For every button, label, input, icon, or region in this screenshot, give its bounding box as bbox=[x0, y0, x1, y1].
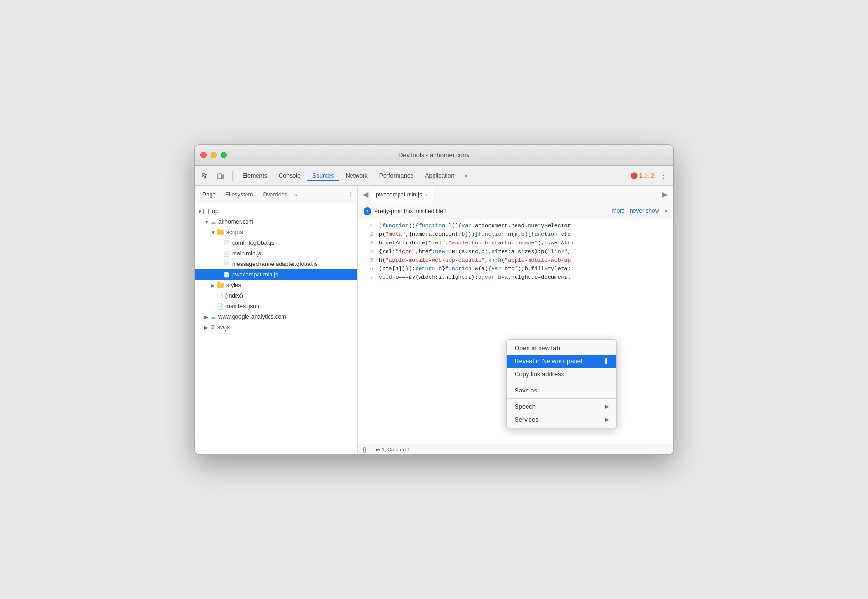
left-tabs: Page Filesystem Overrides » ⋮ bbox=[195, 186, 357, 203]
tree-arrow-sw: ▶ bbox=[204, 325, 210, 330]
cursor-indicator: ▌ bbox=[605, 358, 609, 364]
status-bar: {} Line 1, Column 1 bbox=[358, 444, 673, 454]
tree-label-analytics: www.google-analytics.com bbox=[218, 313, 286, 320]
traffic-lights bbox=[200, 152, 227, 158]
menu-save-as[interactable]: Save as... bbox=[507, 384, 616, 397]
tab-sources[interactable]: Sources bbox=[307, 171, 339, 181]
more-tabs-button[interactable]: » bbox=[461, 173, 470, 179]
format-icon[interactable]: {} bbox=[363, 446, 366, 453]
page-icon bbox=[203, 209, 209, 214]
file-tab-close-button[interactable]: × bbox=[425, 192, 428, 197]
tab-console[interactable]: Console bbox=[274, 171, 305, 181]
tree-label-main: main.min.js bbox=[232, 250, 261, 257]
tree-item-manifest[interactable]: ▶ 📄 manifest.json bbox=[195, 301, 357, 311]
more-options-button[interactable]: ⋮ bbox=[658, 171, 669, 180]
menu-open-new-tab[interactable]: Open in new tab bbox=[507, 342, 616, 355]
tree-label-scripts: scripts bbox=[226, 229, 243, 236]
tree-label-msg: messagechanneladapter.global.js bbox=[232, 261, 317, 267]
tree-item-styles[interactable]: ▶ styles bbox=[195, 280, 357, 290]
toolbar-right: 🔴 1 ⚠ 2 ⋮ bbox=[630, 171, 669, 180]
tree-arrow-scripts: ▼ bbox=[211, 230, 217, 235]
file-icon-index: 📄 bbox=[217, 293, 223, 299]
tree-arrow-top: ▼ bbox=[198, 209, 203, 214]
line-num-7: 7 bbox=[362, 273, 373, 282]
tree-item-comlink[interactable]: ▶ 📄 comlink.global.js bbox=[195, 238, 357, 248]
close-button[interactable] bbox=[200, 152, 207, 158]
menu-label-services: Services bbox=[515, 416, 539, 423]
menu-copy-link[interactable]: Copy link address bbox=[507, 368, 616, 380]
line-code-1: (function(){function l(){var a=document.… bbox=[379, 221, 571, 230]
tree-item-index[interactable]: ▶ 📄 (index) bbox=[195, 290, 357, 301]
banner-close-button[interactable]: × bbox=[664, 207, 668, 215]
line-num-6: 6 bbox=[362, 265, 373, 273]
error-count[interactable]: 🔴 1 ⚠ 2 bbox=[630, 172, 654, 179]
error-number: 1 bbox=[639, 173, 643, 179]
fullscreen-button[interactable] bbox=[221, 152, 227, 158]
tree-label-pwa: pwacompat.min.js bbox=[232, 271, 278, 278]
toolbar-divider-1 bbox=[232, 171, 233, 181]
device-toggle-button[interactable] bbox=[214, 169, 227, 183]
tree-arrow-airhorner: ▼ bbox=[204, 219, 210, 225]
context-menu: Open in new tab Reveal in Network panel … bbox=[506, 339, 617, 428]
current-file-tab[interactable]: pwacompat.min.js × bbox=[371, 186, 433, 203]
tree-item-airhorner[interactable]: ▼ ☁ airhorner.com bbox=[195, 217, 357, 227]
tree-item-main[interactable]: ▶ 📄 main.min.js bbox=[195, 248, 357, 259]
more-link[interactable]: more bbox=[612, 207, 625, 215]
more-left-tabs[interactable]: » bbox=[294, 192, 297, 197]
main-content: Page Filesystem Overrides » ⋮ ▼ top ▼ ☁ … bbox=[195, 186, 673, 454]
menu-separator-1 bbox=[507, 382, 616, 382]
tab-page[interactable]: Page bbox=[199, 189, 220, 200]
error-icon: 🔴 bbox=[630, 172, 638, 179]
devtools-window: DevTools - airhorner.com/ Elements Conso… bbox=[194, 144, 674, 455]
file-tree: ▼ top ▼ ☁ airhorner.com ▼ scripts bbox=[195, 203, 357, 454]
tree-label-styles: styles bbox=[226, 282, 241, 288]
file-tab-name: pwacompat.min.js bbox=[376, 191, 422, 198]
tree-label-comlink: comlink.global.js bbox=[232, 240, 274, 246]
menu-reveal-network[interactable]: Reveal in Network panel ▌ bbox=[507, 355, 616, 368]
minimize-button[interactable] bbox=[211, 152, 217, 158]
right-panel: ◀ pwacompat.min.js × ▶ i Pretty-print th… bbox=[358, 186, 673, 454]
inspect-element-button[interactable] bbox=[199, 169, 212, 183]
left-panel-menu[interactable]: ⋮ bbox=[347, 191, 353, 198]
tree-item-scripts[interactable]: ▼ scripts bbox=[195, 227, 357, 238]
tab-network[interactable]: Network bbox=[341, 171, 373, 181]
left-panel: Page Filesystem Overrides » ⋮ ▼ top ▼ ☁ … bbox=[195, 186, 358, 454]
tree-item-pwacompat[interactable]: ▶ 📄 pwacompat.min.js bbox=[195, 269, 357, 280]
line-num-3: 3 bbox=[362, 239, 373, 247]
pretty-print-banner: i Pretty-print this minified file? more … bbox=[358, 203, 673, 219]
menu-label-open-new-tab: Open in new tab bbox=[515, 345, 560, 352]
menu-label-save-as: Save as... bbox=[515, 387, 542, 394]
next-file-button[interactable]: ▶ bbox=[658, 190, 671, 199]
tree-item-top[interactable]: ▼ top bbox=[195, 206, 357, 217]
tree-item-sw[interactable]: ▶ ⚙ sw.js bbox=[195, 322, 357, 333]
code-line-5: 5 h("apple-mobile-web-app-capable",k);h(… bbox=[358, 256, 673, 265]
prev-file-button[interactable]: ◀ bbox=[360, 191, 371, 198]
tree-label-index: (index) bbox=[225, 292, 243, 299]
speech-submenu-arrow: ▶ bbox=[605, 403, 609, 410]
menu-services[interactable]: Services ▶ bbox=[507, 413, 616, 426]
file-tabs: ◀ pwacompat.min.js × ▶ bbox=[358, 186, 673, 203]
tree-label-airhorner: airhorner.com bbox=[218, 219, 253, 225]
tree-item-messagechannel[interactable]: ▶ 📄 messagechanneladapter.global.js bbox=[195, 259, 357, 269]
code-line-3: 3 b.setAttribute("rel","apple-touch-star… bbox=[358, 239, 673, 247]
line-code-2: p("meta",{name:a,content:b}))}function n… bbox=[379, 230, 571, 239]
cloud-icon-airhorner: ☁ bbox=[210, 219, 216, 226]
services-submenu-arrow: ▶ bbox=[605, 416, 609, 423]
menu-label-speech: Speech bbox=[515, 403, 536, 410]
tab-filesystem[interactable]: Filesystem bbox=[222, 189, 257, 200]
banner-text: Pretty-print this minified file? bbox=[374, 208, 446, 215]
folder-icon-scripts bbox=[217, 229, 224, 236]
title-bar: DevTools - airhorner.com/ bbox=[195, 145, 673, 166]
tab-overrides[interactable]: Overrides bbox=[258, 189, 291, 200]
tab-application[interactable]: Application bbox=[420, 171, 459, 181]
tree-item-analytics[interactable]: ▶ ☁ www.google-analytics.com bbox=[195, 311, 357, 322]
file-icon-main: 📄 bbox=[223, 251, 230, 257]
cloud-icon-analytics: ☁ bbox=[210, 313, 216, 321]
code-line-4: 4 {rel:"icon",href:new URL(a.src,b),size… bbox=[358, 247, 673, 256]
menu-separator-2 bbox=[507, 398, 616, 399]
tree-arrow-styles: ▶ bbox=[211, 283, 217, 288]
tab-performance[interactable]: Performance bbox=[375, 171, 419, 181]
never-show-link[interactable]: never show bbox=[630, 207, 659, 215]
tab-elements[interactable]: Elements bbox=[237, 171, 272, 181]
menu-speech[interactable]: Speech ▶ bbox=[507, 400, 616, 413]
